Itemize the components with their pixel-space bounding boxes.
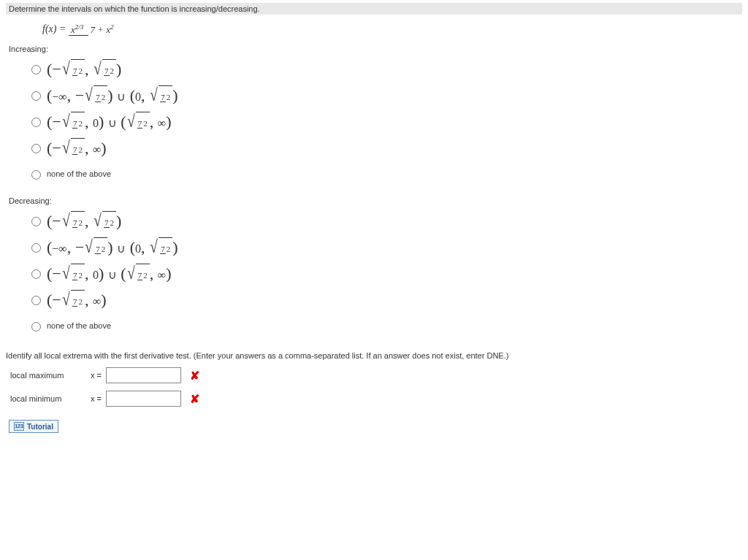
local-maximum-row: local maximum x = ✘ (6, 367, 742, 383)
wrong-icon: ✘ (190, 392, 199, 406)
question-title: Determine the intervals on which the fun… (9, 4, 260, 13)
x-equals-max: x = (91, 371, 102, 380)
function-fraction: x2/3 7 + x2 (69, 23, 116, 36)
question-header: Determine the intervals on which the fun… (6, 3, 742, 15)
x-equals-min: x = (91, 394, 102, 403)
tutorial-label: Tutorial (27, 423, 53, 431)
decreasing-option-4: (−√72, ∞) (28, 288, 742, 310)
function-lhs: f(x) = (42, 23, 66, 34)
increasing-radio-3[interactable] (31, 118, 41, 127)
function-denominator: 7 + x2 (88, 24, 116, 35)
local-minimum-input[interactable] (106, 391, 181, 407)
increasing-expr-1: (−√72, √72) (47, 59, 121, 79)
decreasing-none-label: none of the above (47, 321, 111, 330)
decreasing-options: (−√72, √72) (−∞, −√72) ∪ (0, √72) (−√72,… (28, 210, 742, 337)
local-minimum-row: local minimum x = ✘ (6, 391, 742, 407)
increasing-label: Increasing: (9, 45, 742, 53)
decreasing-option-1: (−√72, √72) (28, 210, 742, 231)
increasing-option-5: none of the above (28, 163, 742, 185)
increasing-option-1: (−√72, √72) (28, 58, 742, 80)
increasing-option-4: (−√72, ∞) (28, 137, 742, 158)
decreasing-expr-1: (−√72, √72) (47, 211, 121, 231)
decreasing-label: Decreasing: (9, 196, 742, 205)
function-display: f(x) = x2/3 7 + x2 (6, 20, 742, 42)
tutorial-icon: 123 (14, 422, 24, 431)
tutorial-button[interactable]: 123 Tutorial (9, 420, 58, 433)
local-maximum-input[interactable] (106, 367, 181, 383)
increasing-options: (−√72, √72) (−∞, −√72) ∪ (0, √72) (−√72,… (28, 58, 742, 185)
function-numerator: x2/3 (69, 24, 88, 36)
extrema-prompt: Identify all local extrema with the firs… (6, 351, 742, 360)
increasing-expr-2: (−∞, −√72) ∪ (0, √72) (47, 85, 178, 105)
decreasing-expr-4: (−√72, ∞) (47, 290, 107, 310)
decreasing-radio-4[interactable] (31, 296, 41, 305)
decreasing-radio-3[interactable] (31, 269, 41, 279)
decreasing-expr-3: (−√72, 0) ∪ (√72, ∞) (47, 264, 171, 283)
decreasing-radio-1[interactable] (31, 217, 41, 226)
increasing-radio-4[interactable] (31, 144, 41, 153)
increasing-radio-2[interactable] (31, 91, 41, 101)
decreasing-option-5: none of the above (28, 315, 742, 337)
local-minimum-label: local minimum (10, 394, 91, 403)
extrema-section: Identify all local extrema with the firs… (6, 351, 742, 433)
increasing-expr-4: (−√72, ∞) (47, 138, 107, 158)
increasing-radio-1[interactable] (31, 65, 41, 74)
increasing-expr-3: (−√72, 0) ∪ (√72, ∞) (47, 112, 171, 131)
increasing-none-label: none of the above (47, 169, 111, 178)
wrong-icon: ✘ (190, 369, 199, 383)
decreasing-expr-2: (−∞, −√72) ∪ (0, √72) (47, 237, 178, 257)
local-maximum-label: local maximum (10, 371, 91, 380)
increasing-option-3: (−√72, 0) ∪ (√72, ∞) (28, 110, 742, 132)
decreasing-option-3: (−√72, 0) ∪ (√72, ∞) (28, 262, 742, 284)
decreasing-option-2: (−∞, −√72) ∪ (0, √72) (28, 236, 742, 258)
increasing-radio-5[interactable] (31, 170, 41, 180)
decreasing-radio-5[interactable] (31, 322, 41, 331)
increasing-option-2: (−∞, −√72) ∪ (0, √72) (28, 84, 742, 106)
decreasing-radio-2[interactable] (31, 243, 41, 253)
